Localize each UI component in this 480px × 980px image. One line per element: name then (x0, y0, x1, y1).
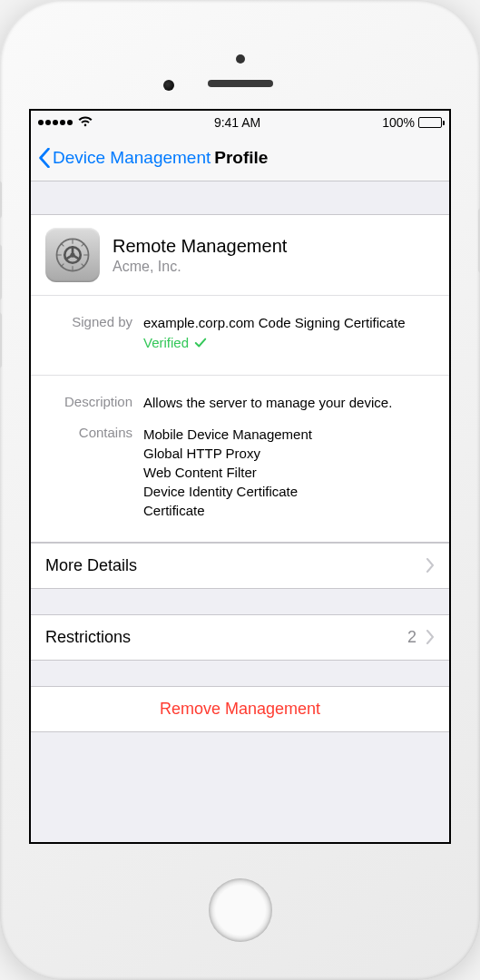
svg-point-13 (70, 252, 74, 257)
device-volume-down (0, 313, 2, 368)
profile-text: Remote Management Acme, Inc. (113, 236, 287, 275)
status-time: 9:41 AM (214, 115, 260, 130)
device-mute-switch (0, 181, 2, 218)
device-volume-up (0, 245, 2, 299)
battery-icon (418, 117, 442, 128)
profile-org: Acme, Inc. (113, 259, 287, 275)
settings-gear-icon (45, 228, 100, 282)
description-contains-block: Description Allows the server to manage … (31, 376, 449, 542)
remove-section: Remove Management (31, 686, 449, 732)
battery-percentage: 100% (382, 115, 415, 130)
signed-by-block: Signed by example.corp.com Code Signing … (31, 296, 449, 376)
contains-item: Mobile Device Management (143, 425, 420, 444)
verified-badge: Verified (143, 334, 207, 352)
status-left (38, 115, 93, 130)
chevron-right-icon (426, 630, 435, 644)
signed-by-text: example.corp.com Code Signing Certificat… (143, 314, 420, 332)
status-bar: 9:41 AM 100% (31, 111, 449, 134)
spacer (31, 181, 449, 214)
contains-list: Mobile Device ManagementGlobal HTTP Prox… (143, 425, 420, 520)
profile-header: Remote Management Acme, Inc. (31, 215, 449, 296)
spacer (31, 732, 449, 765)
remove-management-button[interactable]: Remove Management (31, 687, 449, 731)
more-details-row[interactable]: More Details (31, 544, 449, 588)
back-button[interactable]: Device Management (38, 148, 211, 168)
signed-by-label: Signed by (60, 314, 143, 353)
chevron-left-icon (38, 148, 51, 168)
checkmark-icon (194, 337, 207, 349)
description-label: Description (60, 394, 143, 412)
restrictions-section: Restrictions 2 (31, 614, 449, 661)
spacer (31, 661, 449, 686)
contains-label: Contains (60, 425, 143, 520)
restrictions-label: Restrictions (45, 628, 407, 647)
device-proximity-sensor (163, 80, 174, 91)
contains-item: Device Identity Certificate (143, 482, 420, 501)
device-camera (236, 54, 245, 64)
signal-dots-icon (38, 120, 73, 125)
contains-item: Global HTTP Proxy (143, 444, 420, 463)
device-frame: 9:41 AM 100% Device Management Profile (0, 0, 480, 980)
nav-bar: Device Management Profile (31, 134, 449, 181)
restrictions-row[interactable]: Restrictions 2 (31, 615, 449, 660)
spacer (31, 589, 449, 614)
verified-label: Verified (143, 334, 189, 352)
back-label: Device Management (53, 148, 211, 168)
nav-title: Profile (214, 148, 268, 168)
signed-by-value: example.corp.com Code Signing Certificat… (143, 314, 420, 353)
profile-section: Remote Management Acme, Inc. Signed by e… (31, 214, 449, 543)
wifi-icon (78, 115, 93, 130)
screen: 9:41 AM 100% Device Management Profile (29, 109, 451, 844)
more-details-section: More Details (31, 543, 449, 589)
home-button[interactable] (209, 878, 272, 942)
contains-item: Web Content Filter (143, 463, 420, 482)
status-right: 100% (382, 115, 442, 130)
more-details-label: More Details (45, 556, 426, 575)
description-value: Allows the server to manage your device. (143, 394, 420, 412)
contains-item: Certificate (143, 501, 420, 520)
content-scroll[interactable]: Remote Management Acme, Inc. Signed by e… (31, 181, 449, 842)
restrictions-count: 2 (407, 628, 416, 647)
chevron-right-icon (426, 558, 435, 573)
device-speaker (208, 80, 273, 87)
profile-title: Remote Management (113, 236, 287, 257)
